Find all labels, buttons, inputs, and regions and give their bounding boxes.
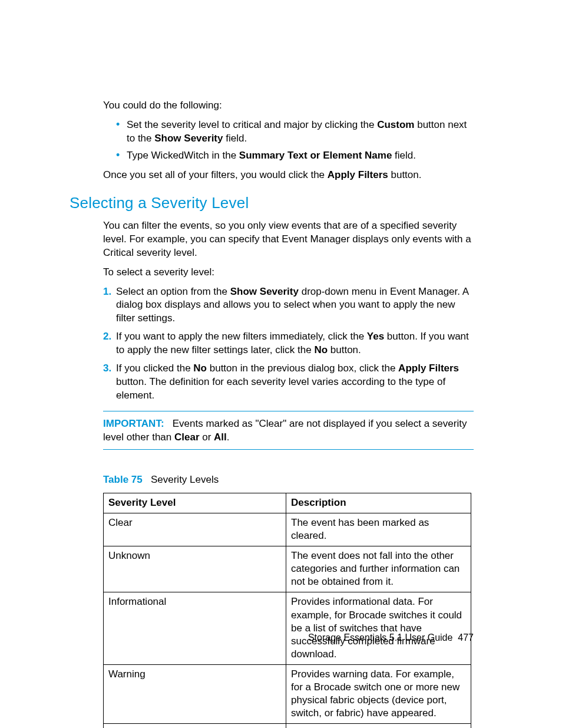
step-item: If you want to apply the new filters imm… <box>103 330 474 357</box>
text: If you want to apply the new filters imm… <box>116 331 367 342</box>
text: Type WickedWitch in the <box>127 150 239 161</box>
cell-level: Unknown <box>104 546 286 592</box>
section-p2: To select a severity level: <box>103 266 474 279</box>
cell-desc: Provides informational data. For example… <box>286 592 471 664</box>
bold: All <box>214 431 227 443</box>
table-caption: Table 75 Severity Levels <box>103 473 474 487</box>
bold: Apply Filters <box>398 363 459 374</box>
table-title: Severity Levels <box>151 474 219 485</box>
bold: Custom <box>377 119 414 130</box>
bold: Apply Filters <box>328 169 388 180</box>
cell-level: Informational <box>104 592 286 664</box>
text: Select an option from the <box>116 286 230 297</box>
text: If you clicked the <box>116 363 193 374</box>
rule-bottom <box>103 449 474 450</box>
col-header-description: Description <box>286 493 471 513</box>
cell-level: Minor <box>104 724 286 728</box>
footer-page: 477 <box>458 633 474 643</box>
bold: No <box>193 363 207 374</box>
bold: Show Severity <box>154 133 223 144</box>
bold: Yes <box>367 331 384 342</box>
table-row: Minor Provides a message to indicate a m… <box>104 724 471 728</box>
table-row: Unknown The event does not fall into the… <box>104 546 471 592</box>
text: button. The definition for each severity… <box>116 376 445 401</box>
intro-bullets: Set the severity level to critical and m… <box>103 118 474 163</box>
cell-level: Clear <box>104 513 286 546</box>
step-item: If you clicked the No button in the prev… <box>103 362 474 403</box>
text: Once you set all of your filters, you wo… <box>103 169 328 180</box>
bold: Show Severity <box>230 286 299 297</box>
rule-top <box>103 411 474 411</box>
bullet-item: Set the severity level to critical and m… <box>116 118 474 146</box>
text: or <box>200 431 214 443</box>
intro-line: You could do the following: <box>103 99 474 113</box>
table-header-row: Severity Level Description <box>104 493 471 513</box>
page-footer: Storage Essentials 5.1 User Guide 477 <box>308 631 474 644</box>
cell-desc: Provides a message to indicate a minor p… <box>286 724 471 728</box>
bold: Summary Text or Element Name <box>239 150 392 161</box>
section-p1: You can filter the events, so you only v… <box>103 219 474 260</box>
note-label: IMPORTANT: <box>103 418 164 429</box>
cell-desc: The event does not fall into the other c… <box>286 546 471 592</box>
table-row: Clear The event has been marked as clear… <box>104 513 471 546</box>
section-heading: Selecting a Severity Level <box>70 193 474 213</box>
col-header-level: Severity Level <box>104 493 286 513</box>
step-item: Select an option from the Show Severity … <box>103 285 474 326</box>
text: button. <box>388 169 422 180</box>
text: field. <box>223 133 247 144</box>
text: button in the previous dialog box, click… <box>207 363 398 374</box>
steps-list: Select an option from the Show Severity … <box>103 285 474 403</box>
text: . <box>227 431 230 443</box>
text: Set the severity level to critical and m… <box>127 119 377 130</box>
table-row: Warning Provides warning data. For examp… <box>104 664 471 723</box>
bullet-item: Type WickedWitch in the Summary Text or … <box>116 149 474 163</box>
bold: Clear <box>174 431 200 443</box>
text: button. <box>328 344 361 355</box>
table-label: Table 75 <box>103 474 143 485</box>
cell-desc: The event has been marked as cleared. <box>286 513 471 546</box>
intro-closing: Once you set all of your filters, you wo… <box>103 169 474 182</box>
cell-desc: Provides warning data. For example, for … <box>286 664 471 723</box>
note-pre <box>167 418 172 429</box>
severity-table: Severity Level Description Clear The eve… <box>103 493 471 728</box>
page: You could do the following: Set the seve… <box>0 0 562 728</box>
footer-title: Storage Essentials 5.1 User Guide <box>308 633 452 643</box>
important-note: IMPORTANT: Events marked as "Clear" are … <box>103 411 474 450</box>
text: field. <box>392 150 416 161</box>
bold: No <box>314 344 328 355</box>
cell-level: Warning <box>104 664 286 723</box>
table-row: Informational Provides informational dat… <box>104 592 471 664</box>
